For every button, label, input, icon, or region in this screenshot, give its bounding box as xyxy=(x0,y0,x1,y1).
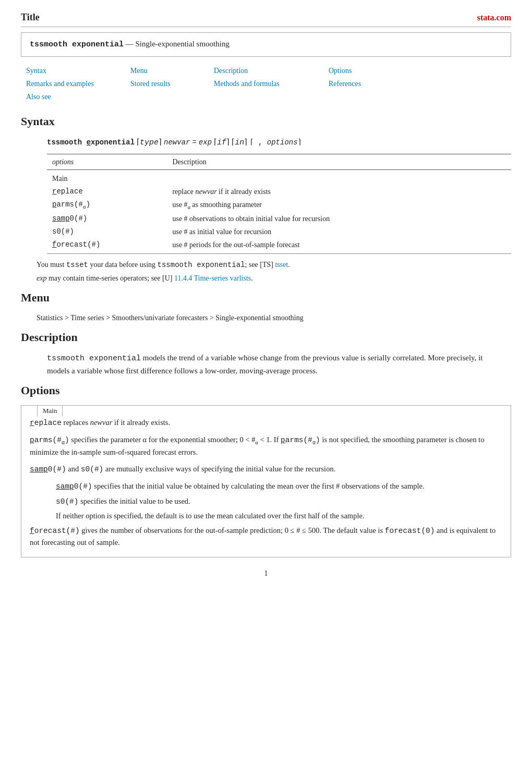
options-heading: Options xyxy=(21,382,511,399)
table-section-main: Main xyxy=(47,170,511,186)
equals-sign: = xyxy=(192,137,196,148)
syntax-line: tssmooth exponential ⌈type⌉ newvar = exp… xyxy=(47,136,495,149)
stata-link[interactable]: stata.com xyxy=(477,11,511,24)
title-bar: Title stata.com xyxy=(21,10,511,27)
table-row: forecast(#) use # periods for the out-of… xyxy=(47,238,511,254)
menu-heading: Menu xyxy=(21,289,511,306)
option-parms-entry: parms(#α) specifies the parameter α for … xyxy=(30,434,502,458)
opt-parms-desc: use #α as smoothing parameter xyxy=(167,198,511,212)
nav-options[interactable]: Options xyxy=(329,65,412,76)
parms-ref: parms(#α) xyxy=(281,436,320,444)
option-forecast-entry: forecast(#) gives the number of observat… xyxy=(30,525,502,549)
command-dash: — xyxy=(126,40,134,48)
syntax-box: tssmooth exponential ⌈type⌉ newvar = exp… xyxy=(47,136,495,149)
options-table: options Description Main replace replace… xyxy=(47,154,511,254)
nav-methods[interactable]: Methods and formulas xyxy=(214,78,329,89)
command-description: Single-exponential smoothing xyxy=(136,40,229,48)
option-s0-head: s0(#) xyxy=(81,465,104,473)
main-tab-area: Main replace replaces newvar if it alrea… xyxy=(21,405,511,557)
syntax-heading: Syntax xyxy=(21,113,511,130)
option-parms-head: parms(#α) xyxy=(30,436,69,444)
samp0-indent-head: samp0(#) xyxy=(56,482,92,491)
nav-references[interactable]: References xyxy=(329,78,412,89)
opt-samp0: samp0(#) xyxy=(47,212,167,225)
nav-syntax[interactable]: Syntax xyxy=(26,65,130,76)
opt-replace: replace xyxy=(47,185,167,198)
opt-s0-desc: use # as initial value for recursion xyxy=(167,225,511,238)
command-name: tssmooth exponential xyxy=(30,40,124,49)
option-samp0-s0-head: samp0(#) xyxy=(30,465,66,473)
option-replace-head: replace xyxy=(30,419,62,427)
opt-samp0-desc: use # observations to obtain initial val… xyxy=(167,212,511,225)
syntax-command: tssmooth exponential xyxy=(47,137,135,148)
tsset-link[interactable]: tsset xyxy=(275,261,288,269)
page-number: 1 xyxy=(21,568,511,579)
col2-header: Description xyxy=(167,154,511,170)
col1-header: options xyxy=(47,154,167,170)
table-row: parms(#α) use #α as smoothing parameter xyxy=(47,198,511,212)
option-replace-entry: replace replaces newvar if it already ex… xyxy=(30,417,502,429)
note1: You must tsset your data before using ts… xyxy=(37,259,495,271)
opt-forecast-desc: use # periods for the out-of-sample fore… xyxy=(167,238,511,254)
s0-indent: s0(#) specifies the initial value to be … xyxy=(56,496,492,508)
table-row: replace replace newvar if it already exi… xyxy=(47,185,511,198)
nav-remarks[interactable]: Remarks and examples xyxy=(26,78,130,89)
table-header-row: options Description xyxy=(47,154,511,170)
neither-option-note: If neither option is specified, the defa… xyxy=(56,510,492,522)
main-tab-content: replace replaces newvar if it already ex… xyxy=(21,412,511,556)
nav-also-see[interactable]: Also see xyxy=(26,91,130,102)
nav-stored-results[interactable]: Stored results xyxy=(130,78,214,89)
forecast-default: forecast(0) xyxy=(385,527,435,535)
section-label-main: Main xyxy=(47,170,511,186)
page-title: Title xyxy=(21,10,40,25)
opt-parms: parms(#α) xyxy=(47,198,167,212)
nav-links: Syntax Menu Description Options Remarks … xyxy=(26,65,511,102)
description-heading: Description xyxy=(21,329,511,346)
type-bracket: ⌈type⌉ xyxy=(137,136,162,149)
option-samp0-s0-entry: samp0(#) and s0(#) are mutually exclusiv… xyxy=(30,464,502,476)
note1-cmd2: tssmooth exponential xyxy=(158,261,245,269)
main-tab-label: Main xyxy=(37,405,63,417)
s0-indent-head: s0(#) xyxy=(56,497,79,506)
menu-path: Statistics > Time series > Smoothers/uni… xyxy=(37,312,511,323)
table-row: samp0(#) use # observations to obtain in… xyxy=(47,212,511,225)
in-bracket: ⌈in⌉ xyxy=(232,136,247,149)
description-text: tssmooth exponential models the trend of… xyxy=(47,352,501,376)
samp0-indent: samp0(#) specifies that the initial valu… xyxy=(56,481,492,493)
note1-cmd1: tsset xyxy=(66,261,88,269)
nav-menu[interactable]: Menu xyxy=(130,65,214,76)
if-bracket: ⌈if⌉ xyxy=(214,136,229,149)
nav-description[interactable]: Description xyxy=(214,65,329,76)
opt-s0: s0(#) xyxy=(47,225,167,238)
newvar: newvar xyxy=(164,137,190,148)
description-content: tssmooth exponential models the trend of… xyxy=(47,352,501,376)
desc-cmd: tssmooth exponential xyxy=(47,354,141,363)
table-row: s0(#) use # as initial value for recursi… xyxy=(47,225,511,238)
opt-forecast: forecast(#) xyxy=(47,238,167,254)
option-forecast-head: forecast(#) xyxy=(30,527,80,535)
exp-var: exp xyxy=(199,137,212,148)
varlists-link[interactable]: 11.4.4 Time-series varlists xyxy=(174,274,251,282)
opt-replace-desc: replace newvar if it already exists xyxy=(167,185,511,198)
note-box: You must tsset your data before using ts… xyxy=(37,259,495,284)
note2: exp may contain time-series operators; s… xyxy=(37,273,495,284)
options-bracket: ⌈ , options⌉ xyxy=(249,137,302,148)
command-box: tssmooth exponential — Single-exponentia… xyxy=(21,32,511,57)
